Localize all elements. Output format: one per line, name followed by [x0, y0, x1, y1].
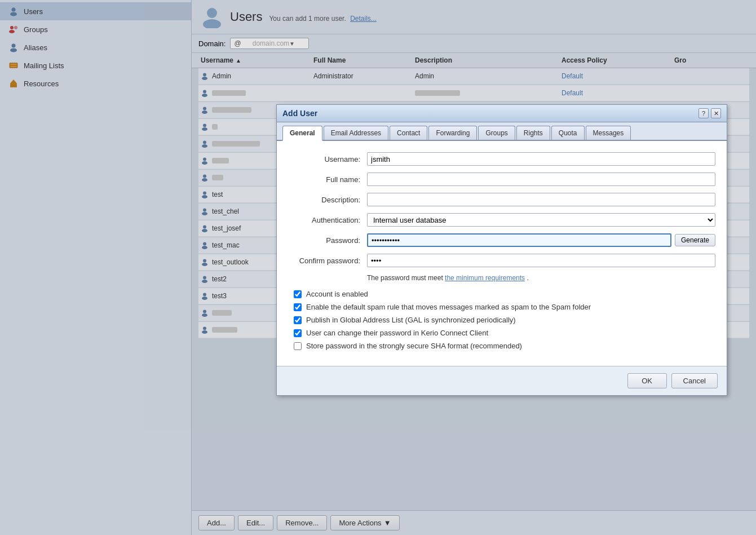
user-row-icon	[201, 191, 209, 198]
col-description: Description	[413, 53, 559, 68]
svg-point-15	[202, 77, 207, 80]
details-link[interactable]: Details...	[350, 15, 377, 23]
user-row-icon	[201, 326, 209, 334]
sidebar-item-label: Groups	[24, 25, 48, 34]
more-actions-button[interactable]: More Actions ▼	[330, 515, 399, 530]
fullname-label: Full name:	[288, 175, 367, 184]
svg-point-45	[202, 330, 207, 334]
user-row-icon	[201, 207, 209, 215]
svg-point-44	[203, 327, 206, 330]
svg-point-27	[202, 178, 207, 182]
table-row[interactable]: Admin Administrator Admin Default	[198, 68, 749, 85]
domain-select[interactable]: @ domain.com ▼	[230, 38, 309, 49]
username-input[interactable]	[367, 152, 715, 166]
table-header: Username ▲ Full Name Description Access …	[192, 53, 756, 68]
tab-quota[interactable]: Quota	[551, 126, 585, 140]
svg-point-43	[202, 313, 207, 317]
cancel-button[interactable]: Cancel	[671, 373, 718, 388]
ok-button[interactable]: OK	[627, 373, 667, 388]
svg-point-26	[203, 175, 206, 178]
chevron-down-icon: ▼	[289, 41, 305, 47]
password-label: Password:	[288, 236, 367, 245]
sidebar-item-resources[interactable]: Resources	[0, 74, 191, 92]
remove-button[interactable]: Remove...	[277, 515, 327, 530]
cell-fullname: Administrator	[311, 70, 413, 82]
svg-point-17	[202, 94, 207, 97]
dialog-controls: ? ✕	[698, 108, 721, 118]
svg-rect-9	[11, 66, 17, 67]
svg-point-24	[203, 158, 206, 161]
dialog-close-button[interactable]: ✕	[711, 108, 721, 118]
svg-point-28	[203, 192, 206, 195]
svg-point-22	[203, 141, 206, 144]
sidebar-item-label: Resources	[24, 79, 59, 88]
add-button[interactable]: Add...	[198, 515, 235, 530]
svg-point-13	[203, 19, 221, 28]
spam-rule-checkbox[interactable]	[294, 303, 302, 311]
checkbox-publish-gal: Publish in Global Address List (GAL is s…	[288, 316, 715, 324]
publish-gal-checkbox[interactable]	[294, 316, 302, 324]
svg-point-41	[202, 297, 207, 300]
checkbox-sha-format: Store password in the strongly secure SH…	[288, 342, 715, 350]
tab-groups[interactable]: Groups	[478, 126, 515, 140]
svg-rect-7	[10, 63, 17, 68]
sidebar-item-label: Mailing Lists	[24, 61, 64, 70]
user-row-icon	[201, 89, 209, 97]
user-row-icon	[201, 224, 209, 232]
account-enabled-checkbox[interactable]	[294, 290, 302, 298]
dialog-body: Username: Full name: Description: Authen…	[277, 141, 727, 366]
tab-messages[interactable]: Messages	[586, 126, 631, 140]
dialog-tabs: General Email Addresses Contact Forwardi…	[277, 122, 727, 141]
svg-point-1	[10, 12, 17, 16]
sidebar-item-aliases[interactable]: Aliases	[0, 38, 191, 56]
dialog-help-button[interactable]: ?	[698, 108, 709, 118]
tab-forwarding[interactable]: Forwarding	[428, 126, 477, 140]
user-row-icon	[201, 309, 209, 317]
svg-point-18	[203, 107, 206, 110]
user-row-icon	[201, 275, 209, 283]
aliases-icon	[9, 43, 18, 52]
table-row[interactable]: Default	[198, 85, 749, 101]
change-password-checkbox[interactable]	[294, 329, 302, 337]
domain-label: Domain:	[198, 39, 226, 48]
description-input[interactable]	[367, 193, 715, 206]
tab-email-addresses[interactable]: Email Addresses	[324, 126, 388, 140]
page-header: Users You can add 1 more user. Details..…	[192, 0, 756, 34]
tab-rights[interactable]: Rights	[516, 126, 550, 140]
svg-point-23	[202, 144, 207, 148]
generate-button[interactable]: Generate	[675, 234, 715, 246]
sidebar-item-mailing-lists[interactable]: Mailing Lists	[0, 56, 191, 74]
authentication-select[interactable]: Internal user database Kerberos LDAP	[367, 213, 715, 227]
svg-point-40	[203, 293, 206, 297]
confirm-password-input[interactable]	[367, 254, 715, 267]
groups-icon	[9, 25, 18, 34]
edit-button[interactable]: Edit...	[238, 515, 273, 530]
svg-point-19	[202, 110, 207, 114]
sidebar-item-users[interactable]: Users	[0, 2, 191, 20]
svg-point-14	[203, 73, 206, 77]
add-user-dialog: Add User ? ✕ General Email Addresses Con…	[276, 104, 727, 396]
fullname-row: Full name:	[288, 173, 715, 186]
page-title-area: Users You can add 1 more user. Details..…	[230, 10, 377, 24]
svg-point-29	[202, 195, 207, 198]
svg-point-6	[10, 48, 17, 52]
sidebar-item-groups[interactable]: Groups	[0, 20, 191, 38]
confirm-password-label: Confirm password:	[288, 257, 367, 265]
svg-point-37	[202, 263, 207, 266]
svg-point-25	[202, 161, 207, 165]
fullname-input[interactable]	[367, 173, 715, 186]
svg-point-42	[203, 310, 206, 313]
user-row-icon	[201, 292, 209, 300]
col-fullname: Full Name	[311, 53, 413, 68]
checkbox-account-enabled: Account is enabled	[288, 290, 715, 298]
user-row-icon	[201, 106, 209, 114]
authentication-select-container: Internal user database Kerberos LDAP	[367, 213, 715, 227]
sidebar-nav: Users Groups	[0, 0, 191, 535]
minimum-requirements-link[interactable]: the minimum requirements	[445, 274, 525, 282]
password-hint: The password must meet the minimum requi…	[367, 274, 715, 282]
tab-general[interactable]: General	[282, 126, 322, 141]
sha-format-checkbox[interactable]	[294, 342, 302, 350]
password-input[interactable]	[367, 233, 671, 247]
tab-contact[interactable]: Contact	[390, 126, 427, 140]
username-label: Username:	[288, 155, 367, 163]
